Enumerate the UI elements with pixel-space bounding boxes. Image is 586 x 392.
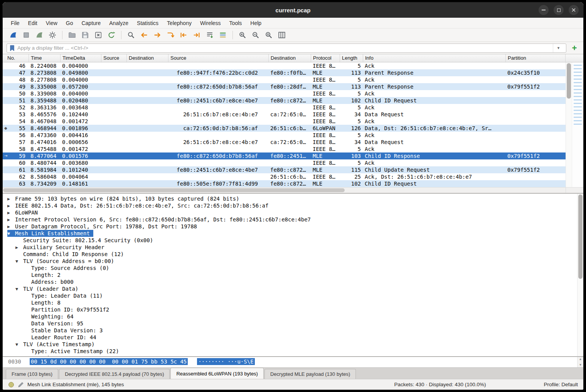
detail-line[interactable]: TLV (Active Timestamp) [3,341,577,348]
expander-icon[interactable] [15,251,23,258]
packet-row[interactable]: ◆55 8.468944 0.001896 ca:72:65:0d:b7:b8:… [3,125,566,132]
detail-line[interactable]: Type: Source Address (0) [3,265,577,271]
packet-row[interactable]: 50 8.339008 0.004000 IEEE 8… 5 Ack [3,90,566,97]
detail-line[interactable]: Leader Router ID: 44 [3,334,577,341]
packet-row[interactable]: 48 8.277808 0.004000 IEEE 8… 5 Ack [3,76,566,83]
details-vscrollbar[interactable] [577,194,583,356]
column-header-protocol[interactable]: Protocol [311,54,340,62]
detail-line[interactable]: Data Version: 95 [3,320,577,327]
expander-icon[interactable] [15,258,23,265]
auto-scroll-button[interactable] [204,30,216,40]
detail-line[interactable]: TLV (Source Address = b0:00) [3,258,577,265]
packet-list-hscrollbar[interactable] [3,187,583,193]
packet-row[interactable]: 53 8.465576 0.102440 26:51:c6:b7:e8:ce:4… [3,111,566,118]
capture-options-button[interactable] [47,30,58,40]
detail-line[interactable]: TLV (Leader Data) [3,285,577,292]
zoom-out-button[interactable] [250,30,261,40]
expander-icon[interactable] [24,313,31,320]
zoom-original-button[interactable] [263,30,274,40]
expander-icon[interactable] [24,320,31,327]
column-header-partition[interactable]: Partition [506,54,566,62]
packet-row[interactable]: 49 8.335008 0.057200 fe80::c872:650d:b7b… [3,83,566,90]
expander-icon[interactable] [7,202,15,209]
zoom-in-button[interactable] [237,30,248,40]
expander-icon[interactable] [15,244,23,251]
capture-comment-icon[interactable] [18,382,24,388]
expander-icon[interactable] [24,334,31,341]
byte-view-tab[interactable]: Decrypted MLE payload (130 bytes) [264,369,356,379]
expander-icon[interactable] [7,230,15,237]
scroll-up-icon[interactable]: ▲ [579,358,582,361]
minimize-button[interactable] [539,5,549,15]
detail-line[interactable]: Length: 8 [3,299,577,306]
packet-row[interactable]: 61 8.581984 0.101240 fe80::2451:c6b7:e8c… [3,166,566,173]
reload-button[interactable] [106,30,117,40]
packet-row[interactable]: 52 8.363136 0.003648 IEEE 8… 5 Ack [3,104,566,111]
close-button[interactable] [569,5,579,15]
detail-line[interactable]: Partition ID: 0x79f551f2 [3,306,577,313]
packet-row[interactable]: 58 8.475488 0.001472 IEEE 8… 5 Ack [3,146,566,152]
bookmark-icon[interactable] [9,45,15,52]
detail-line[interactable]: User Datagram Protocol, Src Port: 19788,… [3,223,577,230]
column-header-no[interactable]: No. [3,54,29,62]
column-header-source1[interactable]: Source [101,54,127,62]
capture-stop-button[interactable] [20,30,32,40]
packet-row[interactable]: 57 8.474016 0.000656 26:51:c6:b7:e8:ce:4… [3,139,566,146]
packet-row[interactable]: 60 8.480744 0.003680 IEEE 8… 5 Ack [3,159,566,166]
find-packet-button[interactable] [125,30,137,40]
menu-item[interactable]: Edit [24,18,42,28]
column-header-length[interactable]: Length [340,54,363,62]
menu-item[interactable]: Statistics [133,18,163,28]
packet-row[interactable]: 54 8.467048 0.001472 IEEE 8… 5 Ack [3,118,566,125]
expander-icon[interactable] [7,195,15,202]
display-filter-input[interactable] [17,45,551,51]
expander-icon[interactable] [7,209,15,216]
details-vscrollbar-thumb[interactable] [578,194,583,279]
byte-view-vscrollbar[interactable]: ▲ ▼ [577,357,583,367]
detail-line[interactable]: Type: Active Timestamp (22) [3,348,577,355]
menu-item[interactable]: Help [246,18,266,28]
go-forward-button[interactable] [152,30,163,40]
expander-icon[interactable] [7,216,15,223]
expander-icon[interactable] [24,278,31,285]
byte-view-tab[interactable]: Reassembled 6LoWPAN (193 bytes) [170,368,263,379]
detail-line[interactable]: Type: Leader Data (11) [3,292,577,299]
go-first-button[interactable] [178,30,189,40]
colorize-button[interactable] [217,30,229,40]
expander-icon[interactable] [24,271,31,278]
packet-row[interactable]: 51 8.359488 0.020480 fe80::2451:c6b7:e8c… [3,97,566,104]
detail-line[interactable]: Security Suite: 802.15.4 Security (0x00) [3,237,577,244]
packet-row[interactable]: 47 8.273808 0.049800 fe80::947f:f476:22b… [3,69,566,76]
profile-status[interactable]: Profile: Default [544,382,578,387]
capture-start-button[interactable] [7,30,19,40]
hex-ascii-selected[interactable]: ········ ···u·S\E [197,358,254,365]
expander-icon[interactable] [24,306,31,313]
expander-icon[interactable] [15,285,23,292]
column-header-time[interactable]: Time [29,54,61,62]
go-last-button[interactable] [191,30,202,40]
packet-list-minimap[interactable] [572,62,583,187]
detail-line[interactable]: 6LoWPAN [3,209,577,216]
packet-list-hscrollbar-track[interactable] [3,188,566,193]
expander-icon[interactable] [24,292,31,299]
column-header-info[interactable]: Info [363,54,506,62]
detail-line[interactable]: Frame 59: 103 bytes on wire (824 bits), … [3,195,577,202]
packet-list-hscrollbar-thumb[interactable] [3,188,345,192]
expander-icon[interactable] [24,265,31,271]
filter-add-button[interactable]: + [569,44,579,53]
detail-line[interactable]: Weighting: 64 [3,313,577,320]
packet-row[interactable]: 56 8.473360 0.004416 IEEE 8… 5 Ack [3,132,566,139]
hex-bytes-selected[interactable]: 00 15 0d 00 00 00 00 00 00 00 01 75 bb 5… [30,358,188,365]
detail-line[interactable]: Stable Data Version: 3 [3,327,577,334]
hex-line[interactable]: 003000 15 0d 00 00 00 00 00 00 00 01 75 … [3,357,577,367]
packet-list-vscrollbar[interactable] [566,62,572,187]
file-save-button[interactable] [79,30,91,40]
detail-line[interactable]: Mesh Link Establishment [3,230,577,237]
packet-list-vscrollbar-thumb[interactable] [567,63,571,99]
menu-item[interactable]: Go [62,18,77,28]
column-header-timedelta[interactable]: TimeDelta [61,54,101,62]
detail-line[interactable]: Length: 2 [3,271,577,278]
menu-item[interactable]: View [42,18,62,28]
go-to-packet-button[interactable] [165,30,176,40]
filter-dropdown-button[interactable]: ▾ [553,44,564,52]
